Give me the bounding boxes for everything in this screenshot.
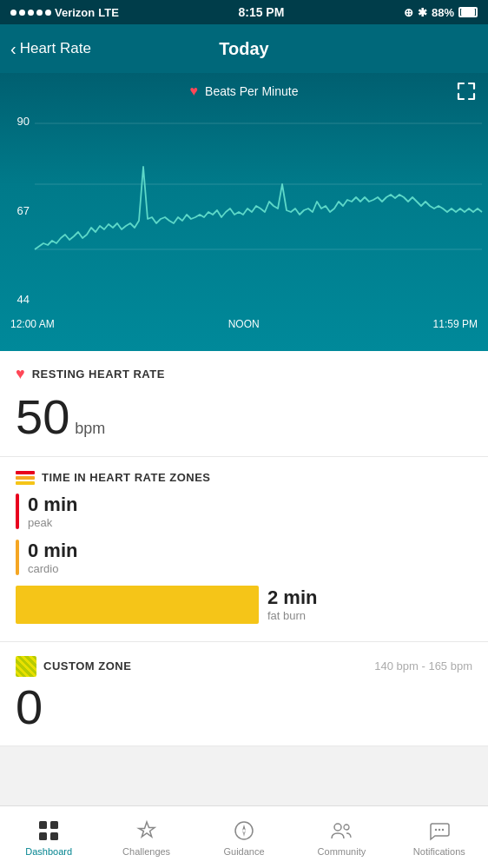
heart-rate-chart: 90 67 44 xyxy=(0,106,488,315)
zone-list: 0 min peak 0 min cardio 2 min fat burn xyxy=(16,494,472,624)
chart-container: ♥ Beats Per Minute 90 67 44 12:00 AM NOO… xyxy=(0,73,488,351)
nav-item-dashboard[interactable]: Dashboard xyxy=(0,818,97,857)
zone-peak: 0 min peak xyxy=(16,494,472,529)
fat-burn-label: fat burn xyxy=(267,609,317,622)
zones-icon xyxy=(16,471,35,485)
zones-title: TIME IN HEART RATE ZONES xyxy=(42,471,210,484)
svg-rect-5 xyxy=(39,832,47,840)
fat-burn-label-group: 2 min fat burn xyxy=(267,586,317,622)
y-label-44: 44 xyxy=(3,293,30,306)
status-bar: Verizon LTE 8:15 PM ⊕ ✱ 88% xyxy=(0,0,488,24)
zones-section-header: TIME IN HEART RATE ZONES xyxy=(16,471,472,485)
resting-bpm-unit: bpm xyxy=(75,420,105,437)
peak-info: 0 min peak xyxy=(28,494,472,529)
heart-icon: ♥ xyxy=(190,83,199,99)
cardio-info: 0 min cardio xyxy=(28,540,472,575)
grid-icon xyxy=(36,818,61,843)
custom-zone-header: CUSTOM ZONE 140 bpm - 165 bpm xyxy=(16,656,472,677)
svg-point-11 xyxy=(344,825,349,830)
guidance-label: Guidance xyxy=(223,846,264,857)
peak-bar xyxy=(16,494,19,529)
cardio-label: cardio xyxy=(28,562,472,575)
resting-title: RESTING HEART RATE xyxy=(32,368,165,381)
custom-zone-title: CUSTOM ZONE xyxy=(43,659,131,673)
zones-section: TIME IN HEART RATE ZONES 0 min peak 0 mi… xyxy=(0,457,488,642)
status-battery-area: ⊕ ✱ 88% xyxy=(404,6,478,19)
fat-burn-value: 2 min xyxy=(267,586,317,609)
nav-item-notifications[interactable]: Notifications xyxy=(391,818,488,857)
nav-item-challenges[interactable]: Challenges xyxy=(97,818,195,857)
battery-level: 88% xyxy=(432,6,454,19)
status-carrier: Verizon LTE xyxy=(10,6,119,19)
peak-label: peak xyxy=(28,516,472,529)
resting-heart-rate-section: ♥ RESTING HEART RATE 50bpm xyxy=(0,351,488,457)
status-time: 8:15 PM xyxy=(238,5,284,19)
community-label: Community xyxy=(318,846,366,857)
x-label-night: 11:59 PM xyxy=(433,318,478,330)
people-icon xyxy=(329,818,353,843)
peak-value: 0 min xyxy=(28,494,472,516)
x-label-noon: NOON xyxy=(228,318,260,330)
chat-icon xyxy=(427,818,452,843)
dashboard-label: Dashboard xyxy=(25,846,72,857)
chart-legend: ♥ Beats Per Minute xyxy=(0,73,488,106)
compass-icon xyxy=(232,818,256,843)
cardio-value: 0 min xyxy=(28,540,472,562)
challenges-label: Challenges xyxy=(122,846,170,857)
custom-zone-section: CUSTOM ZONE 140 bpm - 165 bpm 0 xyxy=(0,642,488,747)
nav-item-guidance[interactable]: Guidance xyxy=(195,818,293,857)
custom-zone-icon xyxy=(16,656,36,677)
svg-point-13 xyxy=(439,828,440,830)
chart-x-labels: 12:00 AM NOON 11:59 PM xyxy=(0,315,488,339)
custom-zone-value: 0 xyxy=(16,680,472,734)
nav-item-community[interactable]: Community xyxy=(293,818,390,857)
svg-rect-4 xyxy=(50,821,58,829)
svg-marker-8 xyxy=(242,825,246,831)
resting-bpm-value: 50 xyxy=(16,389,69,444)
svg-point-10 xyxy=(334,824,341,831)
custom-zone-range: 140 bpm - 165 bpm xyxy=(374,659,472,673)
svg-rect-3 xyxy=(39,821,47,829)
expand-button[interactable] xyxy=(457,82,476,106)
back-label: Heart Rate xyxy=(20,40,91,57)
resting-section-header: ♥ RESTING HEART RATE xyxy=(16,365,472,383)
custom-zone-left: CUSTOM ZONE xyxy=(16,656,131,677)
star-icon xyxy=(135,818,159,843)
back-chevron-icon: ‹ xyxy=(10,39,16,59)
back-button[interactable]: ‹ Heart Rate xyxy=(10,39,91,59)
zone-cardio: 0 min cardio xyxy=(16,540,472,575)
fat-burn-bar xyxy=(16,586,259,624)
resting-value-row: 50bpm xyxy=(16,390,472,444)
svg-marker-9 xyxy=(242,831,246,837)
zone-fat-burn: 2 min fat burn xyxy=(16,586,472,624)
heart-icon-red: ♥ xyxy=(16,365,25,383)
x-label-midnight: 12:00 AM xyxy=(10,318,55,330)
nav-header: ‹ Heart Rate Today xyxy=(0,24,488,73)
page-title: Today xyxy=(219,39,268,59)
cardio-bar xyxy=(16,540,19,575)
bottom-nav: Dashboard Challenges Guidance xyxy=(0,805,488,868)
svg-point-12 xyxy=(435,828,437,830)
main-content: ♥ RESTING HEART RATE 50bpm TIME IN HEART… xyxy=(0,351,488,746)
svg-rect-6 xyxy=(50,832,58,840)
chart-legend-label: Beats Per Minute xyxy=(205,84,298,98)
notifications-label: Notifications xyxy=(413,846,465,857)
svg-point-14 xyxy=(442,828,444,830)
